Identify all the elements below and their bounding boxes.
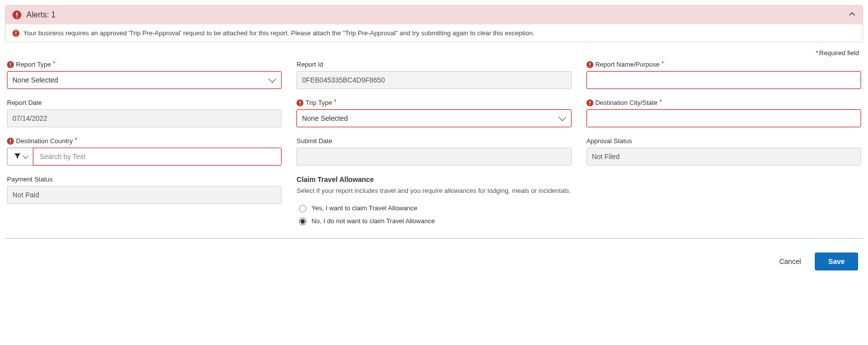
report-name-input[interactable] xyxy=(586,71,861,89)
alerts-header[interactable]: Alerts: 1 xyxy=(5,5,863,24)
field-dest-country: Destination Country * xyxy=(7,137,282,166)
svg-rect-14 xyxy=(299,104,300,105)
payment-status-value: Not Paid xyxy=(12,191,39,199)
required-asterisk: * xyxy=(53,60,56,67)
alerts-panel: Alerts: 1 Your business requires an appr… xyxy=(5,5,863,42)
report-type-value: None Selected xyxy=(12,76,58,84)
claim-no-label: No, I do not want to claim Travel Allowa… xyxy=(311,217,435,225)
label-payment-status: Payment Status xyxy=(7,175,53,183)
label-approval-status: Approval Status xyxy=(586,137,632,145)
svg-rect-4 xyxy=(15,31,16,34)
claim-travel-allowance-section: Claim Travel Allowance Select if your re… xyxy=(296,175,571,229)
chevron-down-icon xyxy=(22,153,28,159)
approval-status-field: Not Filed xyxy=(586,148,861,166)
claim-yes-option[interactable]: Yes, I want to claim Travel Allowance xyxy=(296,203,571,212)
label-trip-type: Trip Type xyxy=(305,99,332,106)
svg-rect-17 xyxy=(589,104,590,105)
svg-rect-5 xyxy=(15,34,16,35)
cancel-button[interactable]: Cancel xyxy=(776,257,804,266)
error-icon xyxy=(586,61,593,68)
label-report-date: Report Date xyxy=(7,99,42,106)
required-asterisk: * xyxy=(662,60,664,67)
trip-type-select[interactable]: None Selected xyxy=(296,109,571,127)
label-report-id: Report Id xyxy=(296,61,323,68)
svg-rect-2 xyxy=(16,16,17,17)
label-dest-country: Destination Country xyxy=(16,137,73,145)
svg-rect-11 xyxy=(589,66,590,67)
error-icon xyxy=(7,61,14,68)
approval-status-value: Not Filed xyxy=(592,153,620,161)
report-type-select[interactable]: None Selected xyxy=(7,71,282,89)
save-button[interactable]: Save xyxy=(815,253,858,270)
claim-no-option[interactable]: No, I do not want to claim Travel Allowa… xyxy=(296,216,571,225)
field-report-type: Report Type * None Selected xyxy=(7,61,282,89)
field-report-id: Report Id 0FEB045335BC4D9F8650 xyxy=(296,61,571,89)
required-field-note: *Required field xyxy=(5,49,859,57)
label-report-name: Report Name/Purpose xyxy=(595,61,660,68)
field-report-name: Report Name/Purpose * xyxy=(586,61,861,89)
report-id-value: 0FEB045335BC4D9F8650 xyxy=(302,76,385,84)
claim-no-radio[interactable] xyxy=(299,218,306,225)
alerts-title: Alerts: 1 xyxy=(26,10,56,19)
svg-rect-20 xyxy=(10,142,11,143)
dest-city-input[interactable] xyxy=(586,109,861,127)
field-approval-status: Approval Status Not Filed xyxy=(586,137,861,166)
claim-yes-label: Yes, I want to claim Travel Allowance xyxy=(311,204,417,212)
claim-desc: Select if your report includes travel an… xyxy=(296,186,571,195)
required-asterisk: * xyxy=(75,137,77,144)
alerts-body: Your business requires an approved 'Trip… xyxy=(5,24,863,42)
submit-date-field xyxy=(296,148,571,166)
error-icon xyxy=(7,138,14,145)
report-id-field: 0FEB045335BC4D9F8650 xyxy=(296,71,571,89)
field-submit-date: Submit Date xyxy=(296,137,571,166)
svg-rect-10 xyxy=(589,63,590,65)
error-icon xyxy=(296,99,303,106)
filter-icon xyxy=(14,153,21,161)
form-grid: Report Type * None Selected Report Id 0F… xyxy=(5,61,863,229)
footer-actions: Cancel Save xyxy=(5,239,863,273)
dest-country-input[interactable] xyxy=(33,148,282,166)
alert-item-icon xyxy=(12,30,19,37)
svg-rect-7 xyxy=(10,63,11,65)
payment-status-field: Not Paid xyxy=(7,186,282,204)
label-report-type: Report Type xyxy=(16,61,51,68)
svg-rect-13 xyxy=(299,101,300,103)
field-trip-type: Trip Type * None Selected xyxy=(296,99,571,127)
claim-yes-radio[interactable] xyxy=(299,205,306,212)
error-icon xyxy=(586,99,593,106)
filter-button[interactable] xyxy=(7,148,33,166)
field-payment-status: Payment Status Not Paid xyxy=(7,175,282,229)
svg-rect-16 xyxy=(589,101,590,103)
svg-rect-19 xyxy=(10,139,11,142)
required-asterisk: * xyxy=(660,98,662,105)
collapse-icon[interactable] xyxy=(849,11,856,19)
svg-rect-8 xyxy=(10,66,11,67)
claim-title: Claim Travel Allowance xyxy=(296,175,571,183)
label-dest-city: Destination City/State xyxy=(595,99,658,106)
required-asterisk: * xyxy=(334,98,337,105)
field-dest-city: Destination City/State * xyxy=(586,99,861,127)
alert-message: Your business requires an approved 'Trip… xyxy=(23,29,534,37)
field-report-date: Report Date 07/14/2022 xyxy=(7,99,282,127)
report-date-value: 07/14/2022 xyxy=(12,114,47,122)
label-submit-date: Submit Date xyxy=(296,137,332,145)
svg-rect-1 xyxy=(16,12,17,16)
alert-icon xyxy=(12,10,21,19)
report-date-field[interactable]: 07/14/2022 xyxy=(7,109,282,127)
trip-type-value: None Selected xyxy=(302,114,348,122)
